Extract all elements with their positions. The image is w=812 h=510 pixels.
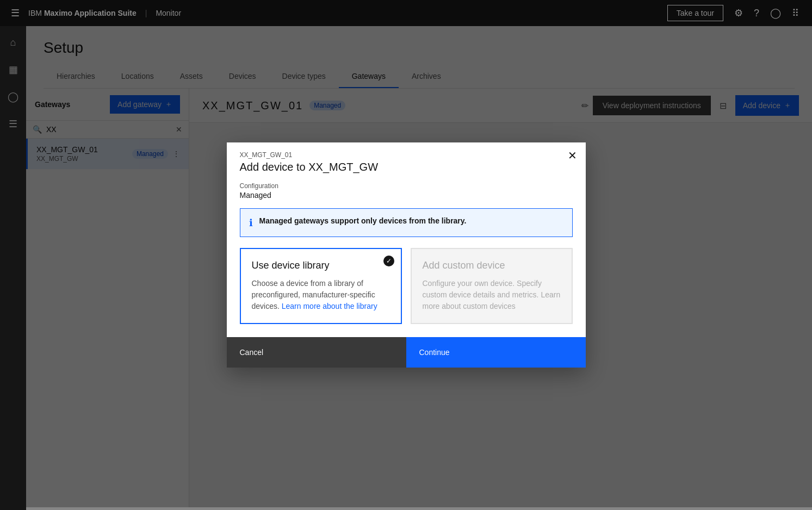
modal-close-button[interactable]: ✕ [568, 149, 577, 162]
card-selected-check: ✓ [383, 256, 394, 266]
modal-title: Add device to XX_MGT_GW [240, 161, 573, 173]
custom-card-title: Add custom device [423, 260, 561, 271]
config-label: Configuration [240, 182, 573, 190]
config-value: Managed [240, 191, 573, 200]
info-icon: ℹ [249, 217, 253, 229]
continue-button[interactable]: Continue [406, 337, 586, 368]
modal-subtitle: XX_MGT_GW_01 [240, 151, 573, 159]
modal-dialog: XX_MGT_GW_01 Add device to XX_MGT_GW ✕ C… [227, 142, 586, 368]
info-banner: ℹ Managed gateways support only devices … [240, 208, 573, 237]
custom-device-card: Add custom device Configure your own dev… [411, 248, 573, 324]
modal-footer: Cancel Continue [227, 337, 586, 368]
cancel-button[interactable]: Cancel [227, 337, 406, 368]
info-text: Managed gateways support only devices fr… [259, 216, 467, 225]
modal-overlay: XX_MGT_GW_01 Add device to XX_MGT_GW ✕ C… [26, 26, 812, 510]
library-card-title: Use device library [252, 260, 390, 271]
library-card-link[interactable]: Learn more about the library [282, 302, 377, 310]
library-device-card[interactable]: Use device library Choose a device from … [240, 248, 402, 324]
device-cards-container: Use device library Choose a device from … [240, 248, 573, 324]
library-card-text: Choose a device from a library of precon… [252, 278, 390, 312]
main-content: Setup Hierarchies Locations Assets Devic… [26, 26, 812, 510]
modal-body: Configuration Managed ℹ Managed gateways… [227, 173, 586, 337]
modal-header: XX_MGT_GW_01 Add device to XX_MGT_GW ✕ [227, 142, 586, 173]
custom-card-text: Configure your own device. Specify custo… [423, 278, 561, 312]
